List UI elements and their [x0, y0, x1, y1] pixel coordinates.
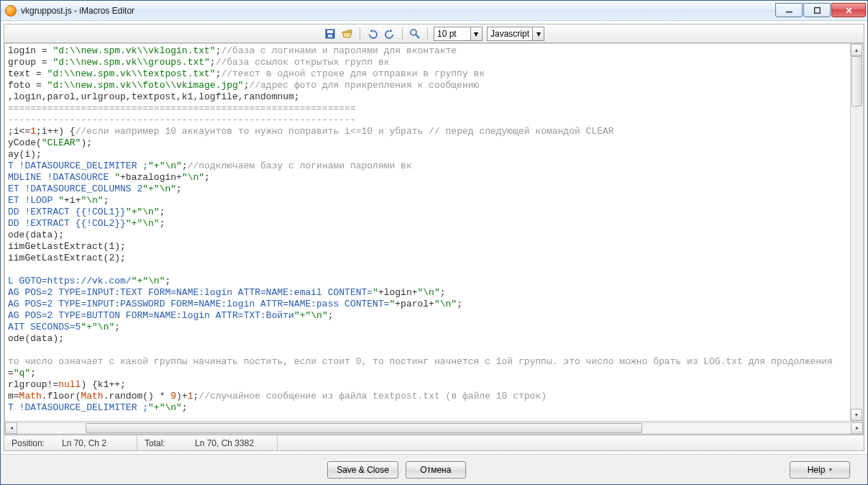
- save-close-button[interactable]: Save & Close: [327, 461, 398, 479]
- scroll-up-icon[interactable]: ▴: [851, 44, 862, 56]
- editor-area: login = "d:\\new.spm.vk\\vklogin.txt";//…: [4, 43, 864, 435]
- toolbar: ▾ Javascript ▾: [4, 24, 864, 43]
- total-value: Ln 70, Ch 3382: [195, 438, 254, 448]
- vertical-scrollbar[interactable]: ▴ ▾: [850, 44, 863, 421]
- help-button[interactable]: Help▾: [790, 461, 850, 479]
- minimize-button[interactable]: [775, 3, 803, 17]
- font-size-input[interactable]: [434, 28, 470, 40]
- chevron-down-icon: ▾: [829, 466, 832, 473]
- editor-viewport[interactable]: login = "d:\\new.spm.vk\\vklogin.txt";//…: [5, 44, 863, 421]
- language-label: Javascript: [488, 28, 532, 40]
- position-value: Ln 70, Ch 2: [62, 438, 106, 448]
- vscroll-thumb[interactable]: [851, 56, 862, 106]
- chevron-down-icon[interactable]: ▾: [470, 27, 482, 40]
- undo-icon[interactable]: [366, 27, 379, 40]
- total-label: Total:: [145, 438, 195, 448]
- svg-rect-5: [327, 30, 333, 33]
- svg-rect-1: [814, 7, 820, 13]
- hscroll-thumb[interactable]: [86, 423, 642, 433]
- language-selector[interactable]: Javascript ▾: [487, 27, 544, 41]
- svg-point-7: [411, 30, 416, 35]
- scroll-right-icon[interactable]: ▸: [851, 422, 863, 434]
- window-title: vkgruppost.js - iMacros Editor: [21, 6, 134, 16]
- svg-line-8: [416, 35, 419, 38]
- cancel-button[interactable]: Отмена: [406, 461, 466, 479]
- redo-icon[interactable]: [383, 27, 396, 40]
- close-button[interactable]: [831, 3, 866, 17]
- save-icon[interactable]: [324, 27, 337, 40]
- maximize-button[interactable]: [803, 3, 831, 17]
- chevron-down-icon[interactable]: ▾: [532, 27, 544, 40]
- inner-frame: ▾ Javascript ▾ login = "d:\\new.spm.vk\\…: [4, 24, 864, 451]
- code-content[interactable]: login = "d:\\new.spm.vk\\vklogin.txt";//…: [5, 44, 863, 415]
- titlebar[interactable]: vkgruppost.js - iMacros Editor: [1, 1, 867, 21]
- app-window: vkgruppost.js - iMacros Editor ▾ Javascr…: [0, 0, 868, 485]
- position-label: Position:: [12, 438, 62, 448]
- open-icon[interactable]: [341, 27, 354, 40]
- status-bar: Position: Ln 70, Ch 2 Total: Ln 70, Ch 3…: [4, 435, 864, 450]
- find-icon[interactable]: [408, 27, 421, 40]
- font-size-selector[interactable]: ▾: [434, 27, 483, 41]
- scroll-down-icon[interactable]: ▾: [851, 409, 862, 421]
- app-icon: [5, 5, 17, 17]
- svg-rect-6: [328, 35, 332, 37]
- horizontal-scrollbar[interactable]: ◂ ▸: [5, 421, 863, 434]
- footer: Save & Close Отмена Help▾: [1, 454, 867, 484]
- scroll-left-icon[interactable]: ◂: [5, 422, 17, 434]
